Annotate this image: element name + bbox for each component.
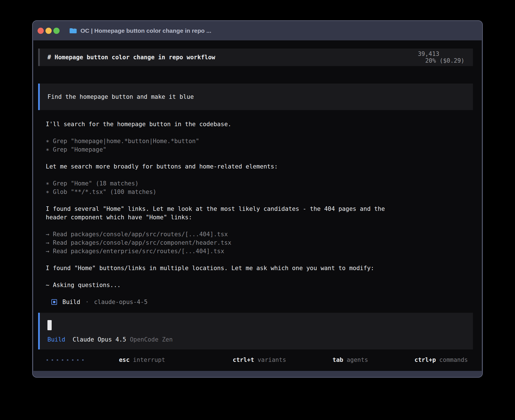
terminal-window: OC | Homepage button color change in rep…: [32, 20, 483, 378]
spinner-dot: [67, 359, 68, 361]
maximize-button[interactable]: [53, 28, 60, 34]
tool-call-read: → Read packages/console/app/src/componen…: [38, 239, 473, 247]
token-count: 39,413: [418, 51, 439, 57]
status-bar: escinterrupt ctrl+tvariants tabagents ct…: [38, 354, 473, 366]
tool-call-read: → Read packages/enterprise/src/routes/[.…: [38, 247, 473, 255]
agent-build-icon: [51, 299, 57, 305]
hint-variants: ctrl+tvariants: [197, 350, 286, 370]
input-agent-label[interactable]: Build: [47, 336, 65, 343]
assistant-text: header component which have "Home" links…: [38, 213, 473, 222]
input-meta: Build Claude Opus 4.5 OpenCode Zen: [47, 336, 473, 343]
spinner-dot: [77, 359, 78, 361]
desktop: { "window": { "title": "OC | Homepage bu…: [0, 0, 515, 420]
assistant-transcript: I'll search for the homepage button in t…: [38, 120, 473, 306]
session-header: # Homepage button color change in repo w…: [38, 49, 473, 66]
hint-commands: ctrl+pcommands: [379, 350, 468, 370]
terminal-content: # Homepage button color change in repo w…: [33, 40, 482, 371]
assistant-text: I found several "Home" links. Let me loo…: [38, 205, 473, 213]
tool-call-grep: ∗ Grep "homepage|home.*button|Home.*butt…: [38, 137, 473, 145]
spinner-dots: [47, 359, 84, 361]
esc-key: esc: [119, 356, 130, 363]
prompt-input[interactable]: Build Claude Opus 4.5 OpenCode Zen: [38, 313, 473, 349]
user-message-text: Find the homepage button and make it blu…: [47, 93, 194, 100]
input-model-label[interactable]: Claude Opus 4.5: [73, 336, 126, 343]
spinner-dot: [57, 359, 58, 361]
session-stats: 39,413 20% ($0.29): [389, 44, 464, 71]
user-message: Find the homepage button and make it blu…: [38, 84, 473, 110]
session-title: # Homepage button color change in repo w…: [47, 54, 215, 61]
tool-call-glob: ∗ Glob "**/*.tsx" (100 matches): [38, 188, 473, 196]
tool-call-grep: ∗ Grep "Homepage": [38, 145, 473, 154]
agent-name: Build: [62, 299, 80, 305]
esc-hint: escinterrupt: [90, 350, 165, 370]
close-button[interactable]: [38, 28, 44, 34]
spinner-dot: [52, 359, 53, 361]
assistant-text: Let me search more broadly for buttons a…: [38, 162, 473, 171]
assistant-status: ~ Asking questions...: [38, 281, 473, 289]
window-title: OC | Homepage button color change in rep…: [80, 27, 211, 34]
input-provider-label: OpenCode Zen: [130, 336, 173, 343]
folder-icon: [69, 28, 77, 34]
spinner-dot: [82, 359, 84, 361]
spinner-dot: [72, 359, 73, 361]
assistant-text: I found "Home" buttons/links in multiple…: [38, 264, 473, 272]
text-cursor: [47, 320, 52, 330]
titlebar[interactable]: OC | Homepage button color change in rep…: [33, 21, 482, 40]
keyboard-hints: ctrl+tvariants tabagents ctrl+pcommands: [197, 350, 468, 370]
agent-separator: ·: [85, 299, 89, 305]
agent-model: claude-opus-4-5: [94, 299, 148, 305]
spinner-dot: [62, 359, 63, 361]
spinner-dot: [47, 359, 48, 361]
tool-call-grep: ∗ Grep "Home" (18 matches): [38, 179, 473, 188]
traffic-lights: [38, 28, 61, 34]
assistant-text: I'll search for the homepage button in t…: [38, 120, 473, 128]
hint-agents: tabagents: [297, 350, 368, 370]
agent-status-row: Build · claude-opus-4-5: [51, 298, 473, 306]
tool-call-read: → Read packages/console/app/src/routes/[…: [38, 230, 473, 239]
esc-label: interrupt: [133, 356, 165, 363]
minimize-button[interactable]: [45, 28, 52, 34]
context-cost: 20% ($0.29): [425, 57, 464, 64]
